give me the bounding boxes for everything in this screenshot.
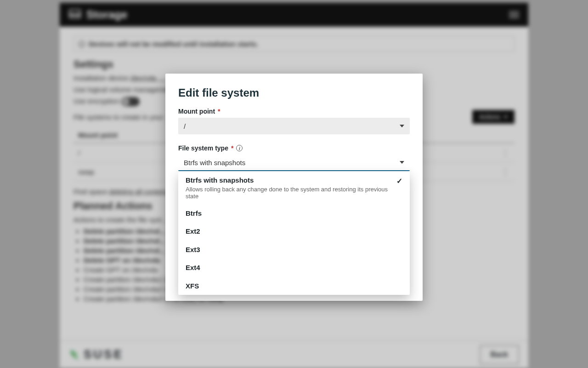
mount-point-select[interactable]: /: [178, 118, 410, 134]
fs-type-option[interactable]: Btrfs: [178, 204, 410, 223]
option-label: XFS: [186, 282, 199, 291]
option-label: Ext2: [186, 227, 200, 236]
fs-type-option[interactable]: Ext2: [178, 222, 410, 241]
fs-type-dropdown: Btrfs with snapshotsAllows rolling back …: [178, 171, 410, 295]
chevron-down-icon: [400, 125, 404, 127]
dialog-title: Edit file system: [178, 86, 410, 99]
mount-point-label: Mount point*: [178, 108, 410, 115]
info-icon[interactable]: i: [236, 145, 243, 151]
fs-type-option[interactable]: XFS: [178, 277, 410, 295]
option-label: Ext4: [186, 263, 200, 272]
fs-type-option[interactable]: Ext3: [178, 241, 410, 259]
option-label: Btrfs with snapshots: [186, 176, 391, 185]
fs-type-label: File system type* i: [178, 144, 410, 152]
edit-filesystem-dialog: Edit file system Mount point* / File sys…: [165, 74, 423, 301]
option-description: Allows rolling back any change done to t…: [186, 186, 391, 200]
fs-type-option[interactable]: Btrfs with snapshotsAllows rolling back …: [178, 171, 410, 204]
fs-type-select[interactable]: Btrfs with snapshots: [178, 155, 410, 171]
option-label: Btrfs: [186, 209, 202, 218]
chevron-down-icon: [400, 161, 404, 164]
mount-point-value: /: [184, 122, 186, 130]
check-icon: ✓: [396, 177, 402, 185]
option-label: Ext3: [186, 245, 200, 254]
fs-type-value: Btrfs with snapshots: [184, 159, 245, 167]
fs-type-option[interactable]: Ext4: [178, 259, 410, 277]
